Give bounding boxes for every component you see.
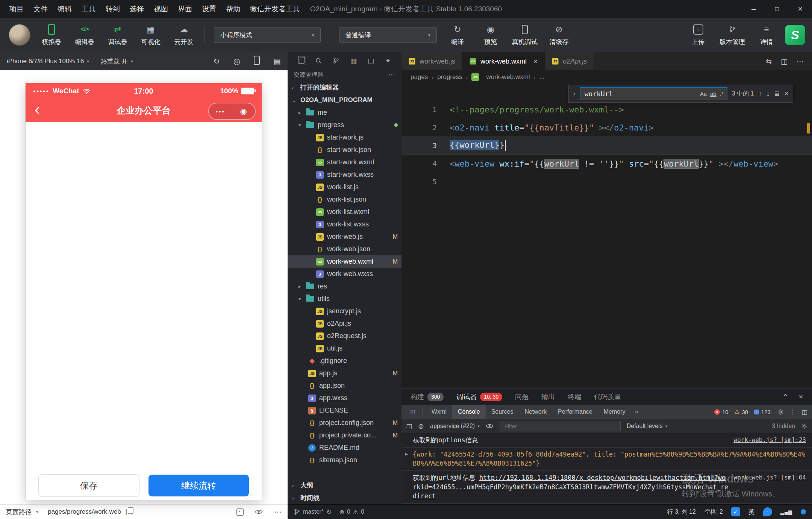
menubar-item[interactable]: 设置 [197,4,221,14]
tree-item[interactable]: {}app.json [288,379,401,392]
window-icon[interactable]: ▢ [368,56,374,65]
ime-language-indicator[interactable]: 英 [748,508,755,516]
warning-count[interactable]: ⚠30 [735,408,748,415]
breadcrumb-item[interactable]: progress [437,73,462,81]
chevron-down-icon[interactable]: ▾ [36,509,38,514]
cursor-position[interactable]: 行 3, 列 12 [667,508,696,516]
menubar-item[interactable]: 文件 [29,4,53,14]
compile-mode-select[interactable]: 普通编译 ▾ [339,27,437,43]
log-levels-select[interactable]: Default levels ▾ [627,423,668,429]
dock-side-icon[interactable]: ◫ [802,408,807,416]
refresh-icon[interactable]: ↻ [213,57,220,66]
tree-item[interactable]: {}sitemap.json [288,454,401,466]
tree-item[interactable]: iREADME.md [288,442,401,454]
rotate-device-icon[interactable] [254,56,260,67]
record-icon[interactable]: ◎ [233,57,240,66]
tree-item[interactable]: <>work-list.wxml [288,206,401,218]
tree-item[interactable]: JSapp.jsM [288,367,401,379]
ime-check-icon[interactable]: ✓ [731,507,740,516]
outline-section[interactable]: › 大纲 [288,479,401,492]
tree-item[interactable]: ▾progress [288,119,401,131]
info-count[interactable]: 123 [754,409,771,415]
device-select[interactable]: iPhone 6/7/8 Plus 100% 16 ▾ [7,58,89,65]
preview-eye-icon[interactable] [255,509,263,514]
mode-select[interactable]: 小程序模式 ▾ [214,27,321,43]
compile-button[interactable]: ↻编译 [446,24,469,46]
forward-button[interactable]: 继续流转 [148,475,249,496]
files-icon[interactable] [298,56,304,65]
search-icon[interactable] [315,57,322,64]
chevron-down-icon[interactable]: ▾ [298,122,306,128]
message-bubble-icon[interactable]: ⋯ [763,507,772,516]
preview-button[interactable]: ◉预览 [479,24,502,46]
problems-indicator[interactable]: ⊗0 ⚠0 [339,508,364,516]
clear-console-icon[interactable]: ⊘ [418,422,424,431]
devtools-tab-sources[interactable]: Sources [486,405,519,419]
simulator-button[interactable]: 模拟器 [40,24,63,46]
compare-changes-icon[interactable]: ⇆ [766,57,772,66]
match-case-icon[interactable]: Aa [700,91,707,97]
multi-device-icon[interactable]: ▤ [273,57,281,66]
tree-item[interactable]: ▸res [288,280,401,293]
extensions-icon[interactable]: ▦ [350,56,357,65]
find-input[interactable] [584,90,697,98]
more-icon[interactable]: ⋯ [274,507,282,516]
whole-word-icon[interactable]: ab [710,91,717,97]
settings-gear-icon[interactable] [777,409,784,415]
maximize-icon[interactable]: □ [765,0,789,18]
editor-tab[interactable]: JSo2Api.js [545,52,594,70]
tree-item[interactable]: JSwork-list.js [288,181,401,193]
toggle-replace-icon[interactable]: › [573,90,576,98]
editor-tab[interactable]: JSwork-web.js [401,52,462,70]
code-editor[interactable]: › Aa ab .* 3 中的 1 ↑ ↓ ≣ × [401,84,812,388]
regex-icon[interactable]: .* [720,91,724,97]
user-avatar[interactable] [9,24,30,46]
tree-item[interactable]: {}project.private.co...M [288,429,401,442]
more-tabs-icon[interactable]: » [631,408,642,415]
tree-item[interactable]: {}start-work.json [288,144,401,156]
find-in-selection-icon[interactable]: ≣ [774,90,780,98]
upload-button[interactable]: ↑上传 [686,24,710,46]
copy-icon[interactable] [126,509,132,515]
error-count[interactable]: ×10 [714,409,729,415]
tree-item[interactable]: JSstart-work.js [288,131,401,144]
close-icon[interactable]: × [533,57,538,65]
tree-item[interactable]: <>start-work.wxml [288,156,401,168]
chevron-down-icon[interactable]: ▾ [298,296,306,302]
project-section[interactable]: ⌄ O2OA_MINI_PROGRAM [288,94,401,106]
menubar-item[interactable]: 视图 [149,4,173,14]
collapse-panel-icon[interactable]: ⌃ [782,393,788,401]
breadcrumb-item[interactable]: ... [539,73,545,81]
console-prompt[interactable]: > [401,504,812,504]
tree-item[interactable]: JSjsencrypt.js [288,305,401,317]
back-arrow-icon[interactable]: ‹ [26,102,49,117]
panel-tab[interactable]: 终端 [568,392,581,401]
filter-input[interactable] [504,423,617,430]
panel-tab[interactable]: 调试器10, 30 [456,392,502,401]
devtools-tab-network[interactable]: Network [519,405,552,419]
menubar-item[interactable]: 工具 [77,4,101,14]
cloud-dev-button[interactable]: ☁云开发 [172,24,195,46]
breadcrumb-item[interactable]: pages [411,73,428,81]
tree-item[interactable]: 3work-list.wxss [288,218,401,231]
next-match-icon[interactable]: ↓ [766,90,770,98]
editor-tab[interactable]: <>work-web.wxml× [462,52,545,70]
devtools-tab-wxml[interactable]: Wxml [426,405,452,419]
tree-item[interactable]: <>work-web.wxmlM [288,255,401,268]
console-url-link[interactable]: http://192.168.1.149:1800/x_desktop/work… [413,474,728,500]
inspect-element-icon[interactable]: ⊡ [406,408,420,416]
source-control-icon[interactable] [333,57,339,64]
tree-item[interactable]: {}work-list.json [288,193,401,206]
tree-item[interactable]: 3app.wxss [288,392,401,404]
devtools-tab-performance[interactable]: Performance [552,405,598,419]
minimize-icon[interactable]: – [742,0,765,18]
details-button[interactable]: ≡详情 [755,24,778,46]
more-menu-icon[interactable]: ••• [209,108,232,115]
panel-tab[interactable]: 问题 [515,392,529,401]
open-editors-section[interactable]: › 打开的编辑器 [288,81,401,94]
more-actions-icon[interactable]: ⋯ [388,71,395,79]
more-actions-icon[interactable]: ⋯ [797,57,804,66]
sync-icon[interactable]: ↻ [326,508,332,516]
devtools-tab-console[interactable]: Console [452,405,486,419]
close-icon[interactable]: × [784,90,788,98]
